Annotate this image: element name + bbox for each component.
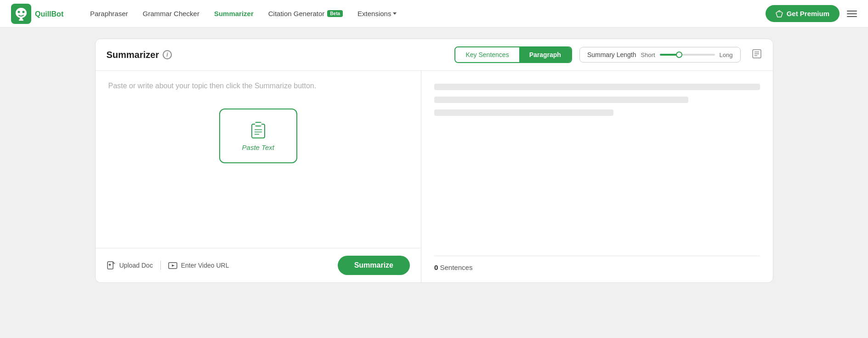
- svg-point-3: [23, 11, 25, 13]
- paste-text-button[interactable]: Paste Text: [219, 109, 297, 163]
- nav-paraphraser[interactable]: Paraphraser: [90, 10, 128, 17]
- info-icon[interactable]: i: [163, 50, 172, 59]
- upload-doc-label: Upload Doc: [119, 262, 153, 269]
- skeleton-line: [434, 109, 613, 116]
- input-area[interactable]: Paste or write about your topic then cli…: [96, 71, 421, 248]
- svg-point-2: [18, 11, 20, 13]
- card-body: Paste or write about your topic then cli…: [96, 71, 773, 282]
- svg-marker-22: [172, 264, 175, 267]
- summary-length-label: Summary Length: [587, 51, 636, 58]
- navbar: QuillBot Paraphraser Grammar Checker Sum…: [0, 0, 868, 28]
- get-premium-button[interactable]: Get Premium: [766, 5, 840, 22]
- sentences-count: 0: [434, 264, 438, 271]
- svg-rect-19: [108, 262, 113, 269]
- enter-video-url-button[interactable]: Enter Video URL: [168, 261, 229, 270]
- video-url-icon: [168, 261, 177, 270]
- navbar-right: Get Premium: [766, 5, 857, 22]
- summary-length-control: Summary Length Short Long: [579, 47, 741, 63]
- left-panel: Paste or write about your topic then cli…: [96, 71, 422, 282]
- left-panel-footer: Upload Doc Enter Video URL Summarize: [96, 248, 421, 282]
- upload-doc-button[interactable]: Upload Doc: [107, 261, 153, 270]
- nav-citation-generator[interactable]: Citation Generator Beta: [268, 10, 343, 17]
- beta-badge: Beta: [327, 10, 343, 17]
- svg-rect-15: [255, 123, 261, 126]
- clipboard-icon: [250, 120, 267, 139]
- length-slider-track[interactable]: [660, 54, 715, 56]
- svg-rect-5: [19, 19, 23, 21]
- card-header: Summarizer i Key Sentences Paragraph Sum…: [96, 39, 773, 71]
- paste-btn-container: Paste Text: [108, 109, 408, 163]
- footer-separator: [160, 261, 161, 270]
- logo[interactable]: QuillBot: [11, 4, 72, 24]
- quillbot-logo-icon: [11, 4, 31, 24]
- paragraph-btn[interactable]: Paragraph: [519, 47, 571, 62]
- input-placeholder: Paste or write about your topic then cli…: [108, 82, 408, 90]
- key-sentences-btn[interactable]: Key Sentences: [455, 47, 519, 62]
- svg-text:QuillBot: QuillBot: [35, 10, 64, 18]
- right-panel: 0 Sentences: [421, 71, 773, 282]
- summarizer-title-text: Summarizer: [107, 50, 159, 60]
- quillbot-wordmark: QuillBot: [35, 9, 72, 19]
- skeleton-lines: [434, 84, 760, 116]
- enter-video-url-label: Enter Video URL: [181, 262, 229, 269]
- right-panel-footer: 0 Sentences: [434, 256, 760, 271]
- menu-icon[interactable]: [847, 11, 857, 17]
- upload-doc-icon: [107, 261, 116, 270]
- slider-thumb[interactable]: [676, 52, 682, 58]
- nav-summarizer[interactable]: Summarizer: [214, 10, 254, 17]
- length-long-label: Long: [720, 52, 733, 58]
- nav-grammar-checker[interactable]: Grammar Checker: [143, 10, 199, 17]
- nav-extensions[interactable]: Extensions: [357, 10, 397, 17]
- notes-icon[interactable]: [752, 49, 762, 61]
- summarizer-title-area: Summarizer i: [107, 50, 172, 60]
- chevron-down-icon: [393, 12, 397, 15]
- skeleton-line: [434, 84, 760, 90]
- skeleton-line: [434, 97, 688, 103]
- paste-text-label: Paste Text: [242, 143, 274, 151]
- summarize-button[interactable]: Summarize: [338, 256, 410, 275]
- summarizer-card: Summarizer i Key Sentences Paragraph Sum…: [95, 39, 773, 283]
- mode-toggle: Key Sentences Paragraph: [454, 46, 572, 63]
- main-container: Summarizer i Key Sentences Paragraph Sum…: [80, 28, 788, 294]
- diamond-icon: [776, 10, 783, 17]
- length-short-label: Short: [641, 52, 655, 58]
